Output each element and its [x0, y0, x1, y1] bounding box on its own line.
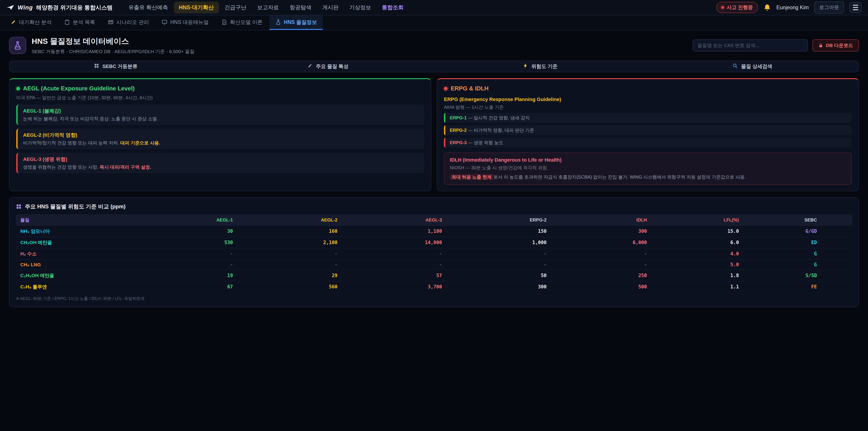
bolt-icon — [523, 63, 528, 70]
value-cell: 6,000 — [551, 237, 651, 248]
subnav-tab[interactable]: 분석 목록 — [58, 16, 101, 30]
nav-item[interactable]: 통합조회 — [377, 2, 409, 13]
column-header: AEGL-2 — [238, 214, 342, 226]
incident-status-badge[interactable]: 사고 진행중 — [716, 2, 758, 13]
subnav-tab[interactable]: 시나리오 관리 — [102, 16, 155, 30]
value-cell: 1,000 — [447, 237, 551, 248]
value-cell: G/GD — [743, 226, 852, 237]
section-tab[interactable]: 물질 상세검색 — [646, 61, 859, 72]
substance-name: C₇H₈ 톨루엔 — [16, 281, 133, 292]
substance-name: CH₃OH 메탄올 — [16, 237, 133, 248]
pencil-icon — [10, 19, 16, 25]
idlh-highlight: 최대 허용 노출 한계 — [450, 174, 493, 180]
subnav-tab[interactable]: 확산모델 이론 — [215, 16, 268, 30]
nav-item[interactable]: HNS·대기확산 — [174, 2, 219, 13]
value-cell: 1.1 — [651, 281, 743, 292]
value-cell: 300 — [447, 281, 551, 292]
wing-logo-icon — [6, 4, 14, 10]
aegl-panel: AEGL (Acute Exposure Guideline Level) 미국… — [9, 78, 431, 191]
subnav-tab[interactable]: HNS 대응매뉴얼 — [156, 16, 215, 30]
comparison-table-panel: 주요 HNS 물질별 위험도 기준 비교 (ppm) 물질AEGL-1AEGL-… — [9, 197, 859, 307]
erpg-idlh-panel: ERPG & IDLH ERPG (Emergency Response Pla… — [437, 78, 859, 191]
page-header: HNS 물질정보 데이터베이스 SEBC 거동분류 · CHRIS/CAMEO … — [9, 36, 859, 55]
value-cell: - — [342, 259, 447, 270]
erpg-level-row: ERPG-2 — 비가역적 영향, 대피 판단 기준 — [444, 125, 852, 135]
value-cell: 3,700 — [342, 281, 447, 292]
idlh-title: IDLH (Immediately Dangerous to Life or H… — [450, 157, 846, 163]
column-header: ERPG-2 — [447, 214, 551, 226]
value-cell: 1,100 — [342, 226, 447, 237]
subnav-tab[interactable]: 대기확산 분석 — [4, 16, 57, 30]
column-header: AEGL-3 — [342, 214, 447, 226]
idlh-description: 최대 허용 노출 한계로서 이 농도를 초과하면 자급식 호흡장치(SCBA) … — [450, 174, 846, 180]
value-cell: 500 — [551, 281, 651, 292]
substance-row[interactable]: CH₃OH 메탄올5302,10014,0001,0006,0006.0ED — [16, 237, 852, 248]
notification-bell-icon[interactable] — [763, 4, 771, 11]
nav-item[interactable]: 보고자료 — [252, 2, 284, 13]
document-icon — [221, 19, 227, 25]
flask-icon — [9, 37, 26, 54]
value-cell: G — [743, 259, 852, 270]
search-icon — [733, 63, 738, 70]
logo-wordmark: Wing — [18, 4, 33, 11]
column-header: 물질 — [16, 214, 133, 226]
aegl-level-card: AEGL-3 (생명 위협) 생명을 위협하는 건강 영향 또는 사망. 즉시 … — [16, 153, 424, 173]
column-header: IDLH — [551, 214, 651, 226]
section-tab[interactable]: 위험도 기준 — [434, 61, 646, 72]
erpg-level-row: ERPG-1 — 일시적 건강 영향, 냄새 감지 — [444, 113, 852, 123]
substance-row[interactable]: NH₃ 암모니아301601,10015030015.0G/GD — [16, 226, 852, 237]
substance-name: H₂ 수소 — [16, 248, 133, 259]
value-cell: S/SD — [743, 270, 852, 281]
value-cell: - — [447, 259, 551, 270]
aegl-level-card: AEGL-1 (불쾌감) 눈에 띄는 불쾌감, 자극 또는 비감각적 증상. 노… — [16, 104, 424, 125]
red-dot-icon — [444, 87, 447, 90]
nav-item[interactable]: 항공탐색 — [285, 2, 316, 13]
column-header: AEGL-1 — [133, 214, 238, 226]
value-cell: - — [551, 259, 651, 270]
erpg-panel-title: ERPG & IDLH — [451, 85, 489, 92]
nav-item[interactable]: 게시판 — [317, 2, 344, 13]
db-download-button[interactable]: DB 다운로드 — [812, 39, 859, 52]
subnav-tab[interactable]: HNS 물질정보 — [270, 16, 323, 30]
section-tab[interactable]: 주요 물질 특성 — [222, 61, 434, 72]
nav-item[interactable]: 긴급구난 — [220, 2, 251, 13]
substance-row[interactable]: CH₄ LNG-----5.0G — [16, 259, 852, 270]
page-title: HNS 물질정보 데이터베이스 — [32, 36, 195, 47]
value-cell: 29 — [238, 270, 342, 281]
substance-row[interactable]: C₇H₈ 톨루엔675603,7003005001.1FE — [16, 281, 852, 292]
substance-row[interactable]: C₂H₅OH 에탄올192957502501.8S/SD — [16, 270, 852, 281]
value-cell: - — [133, 248, 238, 259]
nav-item[interactable]: 기상정보 — [344, 2, 376, 13]
app-logo[interactable]: Wing 해양환경 위기대응 통합시스템 — [6, 4, 113, 11]
incident-dot-icon — [721, 6, 724, 9]
aegl-panel-title: AEGL (Acute Exposure Guideline Level) — [23, 85, 135, 92]
erpg-level-row: ERPG-3 — 생명 위협 농도 — [444, 138, 852, 148]
substance-search-input[interactable] — [692, 39, 808, 52]
column-header: LFL(%) — [651, 214, 743, 226]
value-cell: 57 — [342, 270, 447, 281]
substance-name: NH₃ 암모니아 — [16, 226, 133, 237]
logout-button[interactable]: 로그아웃 — [814, 1, 844, 13]
value-cell: 2,100 — [238, 237, 342, 248]
value-cell: - — [238, 259, 342, 270]
erpg-level-list: ERPG-1 — 일시적 건강 영향, 냄새 감지ERPG-2 — 비가역적 영… — [444, 113, 852, 148]
main-content: HNS 물질정보 데이터베이스 SEBC 거동분류 · CHRIS/CAMEO … — [0, 30, 868, 313]
film-icon — [108, 19, 114, 25]
substance-name: CH₄ LNG — [16, 259, 133, 270]
value-cell: - — [447, 248, 551, 259]
column-header: SEBC — [743, 214, 852, 226]
value-cell: 67 — [133, 281, 238, 292]
idlh-subtitle: NIOSH — 30분 노출 시 생명/건강에 즉각적 위험 — [450, 165, 846, 171]
lock-icon — [818, 43, 823, 48]
nav-item[interactable]: 유출유 확산예측 — [123, 2, 173, 13]
user-name: Eunjeong Kim — [776, 4, 809, 11]
value-cell: 50 — [447, 270, 551, 281]
substance-row[interactable]: H₂ 수소-----4.0G — [16, 248, 852, 259]
grid-icon — [94, 63, 99, 70]
pencil-icon — [307, 63, 313, 70]
value-cell: - — [551, 248, 651, 259]
app-root: Wing 해양환경 위기대응 통합시스템 유출유 확산예측HNS·대기확산긴급구… — [0, 0, 868, 431]
section-tab[interactable]: SEBC 거동분류 — [9, 61, 222, 72]
menu-hamburger-button[interactable] — [849, 2, 862, 13]
table-title: 주요 HNS 물질별 위험도 기준 비교 (ppm) — [25, 203, 125, 210]
